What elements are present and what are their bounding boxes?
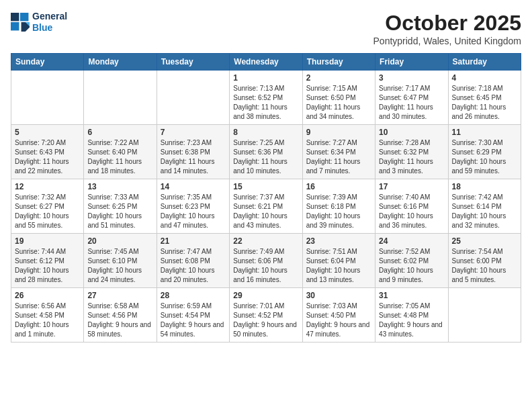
calendar-cell: 8Sunrise: 7:25 AM Sunset: 6:36 PM Daylig… bbox=[230, 125, 302, 179]
day-number: 24 bbox=[379, 236, 444, 246]
day-info: Sunrise: 6:56 AM Sunset: 4:58 PM Dayligh… bbox=[15, 302, 80, 339]
calendar-cell: 3Sunrise: 7:17 AM Sunset: 6:47 PM Daylig… bbox=[375, 71, 448, 125]
calendar-cell: 31Sunrise: 7:05 AM Sunset: 4:48 PM Dayli… bbox=[375, 288, 448, 342]
day-number: 14 bbox=[161, 182, 226, 191]
day-info: Sunrise: 7:37 AM Sunset: 6:21 PM Dayligh… bbox=[233, 193, 298, 230]
location: Pontypridd, Wales, United Kingdom bbox=[373, 36, 521, 46]
logo-icon bbox=[11, 13, 30, 32]
day-info: Sunrise: 7:13 AM Sunset: 6:52 PM Dayligh… bbox=[233, 84, 298, 122]
day-number: 25 bbox=[452, 236, 517, 246]
calendar-cell: 24Sunrise: 7:52 AM Sunset: 6:02 PM Dayli… bbox=[375, 234, 448, 288]
day-info: Sunrise: 7:42 AM Sunset: 6:14 PM Dayligh… bbox=[452, 193, 517, 230]
logo-text-general: General bbox=[32, 11, 67, 22]
calendar-header-row: SundayMondayTuesdayWednesdayThursdayFrid… bbox=[11, 54, 521, 71]
day-info: Sunrise: 7:01 AM Sunset: 4:52 PM Dayligh… bbox=[233, 302, 298, 339]
calendar-cell: 22Sunrise: 7:49 AM Sunset: 6:06 PM Dayli… bbox=[230, 234, 302, 288]
calendar-cell: 18Sunrise: 7:42 AM Sunset: 6:14 PM Dayli… bbox=[448, 179, 521, 234]
day-number: 4 bbox=[452, 73, 517, 83]
calendar-cell: 5Sunrise: 7:20 AM Sunset: 6:43 PM Daylig… bbox=[11, 125, 84, 179]
day-number: 11 bbox=[452, 128, 517, 137]
calendar-cell: 19Sunrise: 7:44 AM Sunset: 6:12 PM Dayli… bbox=[11, 234, 84, 288]
day-info: Sunrise: 7:17 AM Sunset: 6:47 PM Dayligh… bbox=[379, 84, 444, 122]
day-number: 20 bbox=[87, 236, 152, 246]
calendar-table: SundayMondayTuesdayWednesdayThursdayFrid… bbox=[11, 53, 521, 342]
day-number: 2 bbox=[306, 73, 371, 83]
calendar-week-row: 26Sunrise: 6:56 AM Sunset: 4:58 PM Dayli… bbox=[11, 288, 521, 342]
month-title: October 2025 bbox=[373, 11, 521, 36]
day-number: 16 bbox=[306, 182, 371, 191]
day-info: Sunrise: 7:27 AM Sunset: 6:34 PM Dayligh… bbox=[306, 138, 371, 176]
calendar-cell: 9Sunrise: 7:27 AM Sunset: 6:34 PM Daylig… bbox=[302, 125, 375, 179]
day-info: Sunrise: 7:23 AM Sunset: 6:38 PM Dayligh… bbox=[161, 138, 226, 176]
day-info: Sunrise: 7:05 AM Sunset: 4:48 PM Dayligh… bbox=[379, 302, 444, 339]
calendar-cell: 13Sunrise: 7:33 AM Sunset: 6:25 PM Dayli… bbox=[84, 179, 157, 234]
day-number: 28 bbox=[161, 291, 226, 300]
calendar-cell: 11Sunrise: 7:30 AM Sunset: 6:29 PM Dayli… bbox=[448, 125, 521, 179]
calendar-cell bbox=[157, 71, 229, 125]
day-info: Sunrise: 7:45 AM Sunset: 6:10 PM Dayligh… bbox=[87, 247, 152, 285]
day-number: 12 bbox=[15, 182, 80, 191]
calendar-cell: 29Sunrise: 7:01 AM Sunset: 4:52 PM Dayli… bbox=[230, 288, 302, 342]
logo-text-blue: Blue bbox=[32, 22, 67, 34]
calendar-cell: 16Sunrise: 7:39 AM Sunset: 6:18 PM Dayli… bbox=[302, 179, 375, 234]
calendar-cell bbox=[11, 71, 84, 125]
day-info: Sunrise: 6:59 AM Sunset: 4:54 PM Dayligh… bbox=[161, 302, 226, 339]
title-block: October 2025 Pontypridd, Wales, United K… bbox=[373, 11, 521, 46]
day-info: Sunrise: 7:15 AM Sunset: 6:50 PM Dayligh… bbox=[306, 84, 371, 122]
day-number: 6 bbox=[87, 128, 152, 137]
day-number: 8 bbox=[233, 128, 298, 137]
day-of-week-header: Monday bbox=[84, 54, 157, 71]
calendar-cell: 28Sunrise: 6:59 AM Sunset: 4:54 PM Dayli… bbox=[157, 288, 229, 342]
calendar-week-row: 5Sunrise: 7:20 AM Sunset: 6:43 PM Daylig… bbox=[11, 125, 521, 179]
day-info: Sunrise: 7:28 AM Sunset: 6:32 PM Dayligh… bbox=[379, 138, 444, 176]
calendar-cell: 25Sunrise: 7:54 AM Sunset: 6:00 PM Dayli… bbox=[448, 234, 521, 288]
day-number: 5 bbox=[15, 128, 80, 137]
calendar-week-row: 12Sunrise: 7:32 AM Sunset: 6:27 PM Dayli… bbox=[11, 179, 521, 234]
calendar-cell: 17Sunrise: 7:40 AM Sunset: 6:16 PM Dayli… bbox=[375, 179, 448, 234]
calendar-cell: 15Sunrise: 7:37 AM Sunset: 6:21 PM Dayli… bbox=[230, 179, 302, 234]
day-of-week-header: Friday bbox=[375, 54, 448, 71]
day-number: 23 bbox=[306, 236, 371, 246]
day-info: Sunrise: 7:40 AM Sunset: 6:16 PM Dayligh… bbox=[379, 193, 444, 230]
day-info: Sunrise: 7:49 AM Sunset: 6:06 PM Dayligh… bbox=[233, 247, 298, 285]
calendar-cell: 10Sunrise: 7:28 AM Sunset: 6:32 PM Dayli… bbox=[375, 125, 448, 179]
day-info: Sunrise: 7:33 AM Sunset: 6:25 PM Dayligh… bbox=[87, 193, 152, 230]
day-info: Sunrise: 7:03 AM Sunset: 4:50 PM Dayligh… bbox=[306, 302, 371, 339]
day-number: 10 bbox=[379, 128, 444, 137]
day-info: Sunrise: 7:20 AM Sunset: 6:43 PM Dayligh… bbox=[15, 138, 80, 176]
page-header: General Blue October 2025 Pontypridd, Wa… bbox=[11, 11, 521, 46]
day-of-week-header: Saturday bbox=[448, 54, 521, 71]
day-number: 3 bbox=[379, 73, 444, 83]
day-of-week-header: Tuesday bbox=[157, 54, 229, 71]
calendar-cell bbox=[84, 71, 157, 125]
day-number: 15 bbox=[233, 182, 298, 191]
day-info: Sunrise: 7:25 AM Sunset: 6:36 PM Dayligh… bbox=[233, 138, 298, 176]
day-number: 21 bbox=[161, 236, 226, 246]
day-number: 19 bbox=[15, 236, 80, 246]
day-of-week-header: Wednesday bbox=[230, 54, 302, 71]
calendar-cell bbox=[448, 288, 521, 342]
day-info: Sunrise: 7:52 AM Sunset: 6:02 PM Dayligh… bbox=[379, 247, 444, 285]
day-info: Sunrise: 7:39 AM Sunset: 6:18 PM Dayligh… bbox=[306, 193, 371, 230]
day-number: 18 bbox=[452, 182, 517, 191]
calendar-week-row: 19Sunrise: 7:44 AM Sunset: 6:12 PM Dayli… bbox=[11, 234, 521, 288]
day-of-week-header: Thursday bbox=[302, 54, 375, 71]
day-info: Sunrise: 7:32 AM Sunset: 6:27 PM Dayligh… bbox=[15, 193, 80, 230]
day-info: Sunrise: 7:22 AM Sunset: 6:40 PM Dayligh… bbox=[87, 138, 152, 176]
calendar-cell: 20Sunrise: 7:45 AM Sunset: 6:10 PM Dayli… bbox=[84, 234, 157, 288]
day-number: 30 bbox=[306, 291, 371, 300]
calendar-cell: 2Sunrise: 7:15 AM Sunset: 6:50 PM Daylig… bbox=[302, 71, 375, 125]
day-number: 22 bbox=[233, 236, 298, 246]
calendar-cell: 30Sunrise: 7:03 AM Sunset: 4:50 PM Dayli… bbox=[302, 288, 375, 342]
calendar-cell: 21Sunrise: 7:47 AM Sunset: 6:08 PM Dayli… bbox=[157, 234, 229, 288]
day-of-week-header: Sunday bbox=[11, 54, 84, 71]
day-number: 9 bbox=[306, 128, 371, 137]
day-info: Sunrise: 7:18 AM Sunset: 6:45 PM Dayligh… bbox=[452, 84, 517, 122]
calendar-cell: 26Sunrise: 6:56 AM Sunset: 4:58 PM Dayli… bbox=[11, 288, 84, 342]
day-number: 31 bbox=[379, 291, 444, 300]
calendar-cell: 4Sunrise: 7:18 AM Sunset: 6:45 PM Daylig… bbox=[448, 71, 521, 125]
day-number: 17 bbox=[379, 182, 444, 191]
svg-rect-2 bbox=[11, 22, 19, 30]
day-info: Sunrise: 7:35 AM Sunset: 6:23 PM Dayligh… bbox=[161, 193, 226, 230]
calendar-cell: 12Sunrise: 7:32 AM Sunset: 6:27 PM Dayli… bbox=[11, 179, 84, 234]
